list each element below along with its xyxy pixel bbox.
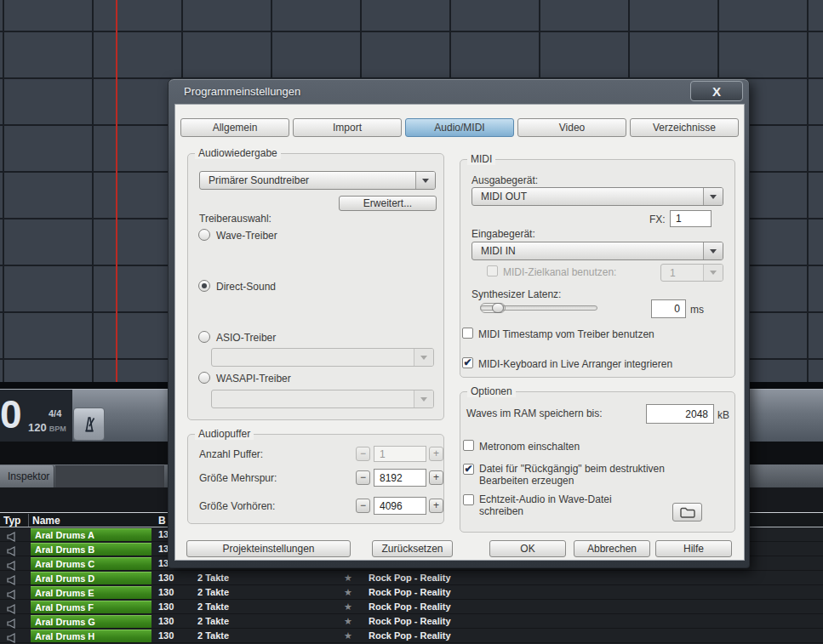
table-row[interactable]: Aral Drums E 130 2 Takte ★ Rock Pop - Re… xyxy=(0,585,823,600)
realtime-audio-checkbox[interactable] xyxy=(463,494,474,505)
midi-timestamp-checkbox[interactable] xyxy=(462,328,473,339)
star-icon[interactable]: ★ xyxy=(344,573,352,584)
plus-button[interactable]: + xyxy=(429,499,443,513)
ram-unit: kB xyxy=(717,409,729,421)
star-icon[interactable]: ★ xyxy=(344,630,352,641)
reset-button[interactable]: Zurücksetzen xyxy=(372,540,453,557)
track-name[interactable]: Aral Drums D xyxy=(31,572,151,584)
table-row[interactable]: Aral Drums H 130 2 Takte ★ Rock Pop - Re… xyxy=(0,629,823,643)
midi-input-dropdown[interactable]: MIDI IN xyxy=(472,242,723,260)
midi-output-dropdown[interactable]: MIDI OUT xyxy=(472,187,723,206)
minus-button[interactable]: − xyxy=(356,499,370,513)
metronome-checkbox[interactable] xyxy=(463,440,474,451)
speaker-icon[interactable] xyxy=(7,631,17,644)
dialog-titlebar[interactable]: Programmeinstellungen X xyxy=(169,79,749,104)
preview-size-input[interactable]: 4096 xyxy=(374,497,426,515)
tab-inactive[interactable] xyxy=(55,465,164,487)
length-value: 2 Takte xyxy=(197,587,229,597)
midi-channel-checkbox xyxy=(487,265,498,276)
dropdown-arrow-icon[interactable] xyxy=(703,188,723,205)
dropdown-arrow-icon[interactable] xyxy=(415,172,435,189)
radio-wave-treiber[interactable] xyxy=(198,229,210,241)
star-icon[interactable]: ★ xyxy=(344,587,352,598)
track-name[interactable]: Aral Drums H xyxy=(31,630,151,642)
style-value: Rock Pop - Reality xyxy=(369,630,451,641)
cancel-button[interactable]: Abbrechen xyxy=(574,540,650,557)
tab-audio-midi[interactable]: Audio/MIDI xyxy=(405,118,514,137)
length-value: 2 Takte xyxy=(197,573,229,583)
group-label: Audiopuffer xyxy=(195,428,254,440)
multitrack-size-input[interactable]: 8192 xyxy=(374,469,426,487)
radio-wasapi-label[interactable]: WASAPI-Treiber xyxy=(216,373,291,385)
bpm-value: 130 xyxy=(158,616,174,626)
check-icon: ✔ xyxy=(464,463,472,475)
tab-import[interactable]: Import xyxy=(293,118,402,137)
latency-label: Synthesizer Latenz: xyxy=(472,288,561,300)
radio-asio-treiber[interactable] xyxy=(198,331,210,343)
dropdown-arrow-icon[interactable] xyxy=(703,242,723,259)
metronome-button[interactable] xyxy=(73,407,105,441)
ram-input[interactable]: 2048 xyxy=(646,404,714,424)
multitrack-size-label: Größe Mehrspur: xyxy=(199,472,277,484)
group-label: MIDI xyxy=(467,153,495,165)
radio-wasapi-treiber[interactable] xyxy=(198,372,210,384)
track-name[interactable]: Aral Drums G xyxy=(31,615,151,628)
col-bpm[interactable]: B xyxy=(158,515,166,527)
close-button[interactable]: X xyxy=(690,81,743,101)
table-row[interactable]: Aral Drums F 130 2 Takte ★ Rock Pop - Re… xyxy=(0,600,823,614)
radio-direct-label[interactable]: Direct-Sound xyxy=(216,281,276,293)
bpm-unit: BPM xyxy=(49,425,66,433)
radio-wave-label[interactable]: Wave-Treiber xyxy=(216,230,277,242)
help-button[interactable]: Hilfe xyxy=(655,540,732,557)
position-readout: 0 xyxy=(0,391,20,437)
tab-video[interactable]: Video xyxy=(517,118,626,137)
midi-channel-dropdown: 1 xyxy=(660,264,723,282)
tab-verzeichnisse[interactable]: Verzeichnisse xyxy=(630,118,739,137)
style-value: Rock Pop - Reality xyxy=(369,573,451,583)
fx-input[interactable]: 1 xyxy=(670,210,712,227)
col-typ[interactable]: Typ xyxy=(3,515,20,527)
tempo-readout: 120BPM xyxy=(28,421,66,434)
transport-display: 0 4/4 120BPM xyxy=(0,390,72,442)
star-icon[interactable]: ★ xyxy=(344,601,352,613)
realtime-audio-label[interactable]: Echtzeit-Audio in Wave-Datei schreiben xyxy=(479,493,649,517)
bpm-value: 130 xyxy=(158,630,174,641)
undo-file-checkbox[interactable]: ✔ xyxy=(463,464,474,475)
undo-file-label[interactable]: Datei für "Rückgängig" beim destruktiven… xyxy=(479,463,711,487)
track-name[interactable]: Aral Drums F xyxy=(31,601,151,613)
length-value: 2 Takte xyxy=(197,601,229,612)
tab-inspektor[interactable]: Inspektor xyxy=(0,465,54,487)
folder-icon xyxy=(680,507,695,519)
latency-input[interactable]: 0 xyxy=(651,299,686,318)
sound-driver-dropdown[interactable]: Primärer Soundtreiber xyxy=(199,171,436,190)
radio-direct-sound[interactable] xyxy=(198,280,210,292)
wasapi-device-dropdown xyxy=(211,390,434,408)
track-name[interactable]: Aral Drums C xyxy=(31,557,151,570)
advanced-button[interactable]: Erweitert... xyxy=(339,196,437,211)
midi-keyboard-label[interactable]: MIDI-Keyboard in Live Arranger integrier… xyxy=(478,358,672,370)
fx-label: FX: xyxy=(649,214,666,225)
tab-allgemein[interactable]: Allgemein xyxy=(180,118,289,137)
table-row[interactable]: Aral Drums D 130 2 Takte ★ Rock Pop - Re… xyxy=(0,571,823,585)
midi-keyboard-checkbox[interactable]: ✔ xyxy=(462,357,473,368)
latency-slider[interactable] xyxy=(480,302,597,314)
midi-channel-value: 1 xyxy=(670,267,676,279)
slider-thumb[interactable] xyxy=(492,303,504,313)
col-name[interactable]: Name xyxy=(32,515,60,527)
minus-button[interactable]: − xyxy=(356,470,370,485)
plus-button[interactable]: + xyxy=(429,470,443,485)
track-name[interactable]: Aral Drums E xyxy=(31,586,151,599)
star-icon[interactable]: ★ xyxy=(344,616,352,627)
track-name[interactable]: Aral Drums A xyxy=(31,528,151,541)
midi-input-value: MIDI IN xyxy=(481,245,516,257)
midi-timestamp-label[interactable]: MIDI Timestamp vom Treiber benutzen xyxy=(478,328,654,340)
ok-button[interactable]: OK xyxy=(489,540,566,557)
plus-button: + xyxy=(429,447,443,461)
project-settings-button[interactable]: Projekteinstellungen xyxy=(186,540,351,557)
radio-asio-label[interactable]: ASIO-Treiber xyxy=(216,332,276,344)
playhead-line[interactable] xyxy=(116,0,117,382)
track-name[interactable]: Aral Drums B xyxy=(31,543,151,556)
table-row[interactable]: Aral Drums G 130 2 Takte ★ Rock Pop - Re… xyxy=(0,614,823,629)
metronome-label[interactable]: Metronom einschalten xyxy=(479,441,580,453)
browse-folder-button[interactable] xyxy=(672,503,702,521)
